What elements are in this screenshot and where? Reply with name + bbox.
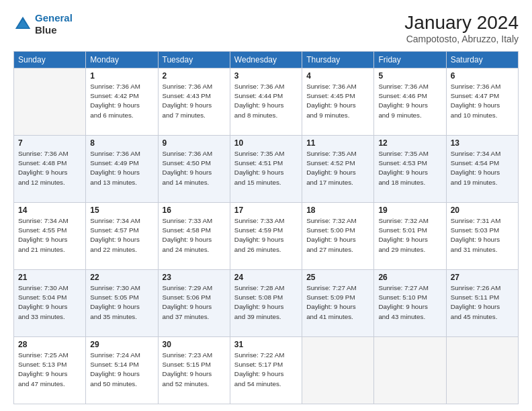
cell-day-number: 18	[306, 205, 369, 215]
calendar-week-row: 7Sunrise: 7:36 AM Sunset: 4:48 PM Daylig…	[14, 136, 519, 203]
cell-day-number: 29	[90, 340, 153, 349]
cell-info: Sunrise: 7:36 AM Sunset: 4:46 PM Dayligh…	[378, 82, 441, 120]
cell-info: Sunrise: 7:36 AM Sunset: 4:49 PM Dayligh…	[90, 149, 153, 187]
cell-day-number: 28	[18, 340, 81, 349]
cell-info: Sunrise: 7:35 AM Sunset: 4:51 PM Dayligh…	[234, 149, 298, 187]
cell-info: Sunrise: 7:29 AM Sunset: 5:06 PM Dayligh…	[163, 283, 226, 322]
calendar-cell: 17Sunrise: 7:33 AM Sunset: 4:59 PM Dayli…	[230, 203, 302, 270]
weekday-header-cell: Tuesday	[158, 52, 230, 68]
cell-info: Sunrise: 7:35 AM Sunset: 4:53 PM Dayligh…	[378, 149, 441, 187]
calendar-cell: 4Sunrise: 7:36 AM Sunset: 4:45 PM Daylig…	[302, 68, 374, 136]
cell-info: Sunrise: 7:34 AM Sunset: 4:57 PM Dayligh…	[90, 216, 153, 255]
cell-info: Sunrise: 7:33 AM Sunset: 4:59 PM Dayligh…	[234, 216, 298, 255]
cell-day-number: 20	[451, 205, 514, 215]
cell-day-number: 23	[163, 273, 226, 282]
calendar-body: 1Sunrise: 7:36 AM Sunset: 4:42 PM Daylig…	[14, 68, 519, 404]
weekday-header-cell: Friday	[374, 52, 446, 68]
calendar-cell	[446, 337, 518, 404]
calendar-cell: 14Sunrise: 7:34 AM Sunset: 4:55 PM Dayli…	[14, 203, 86, 270]
cell-day-number: 13	[451, 138, 514, 148]
cell-day-number: 24	[234, 273, 298, 282]
calendar-cell: 26Sunrise: 7:27 AM Sunset: 5:10 PM Dayli…	[374, 270, 446, 337]
calendar-week-row: 21Sunrise: 7:30 AM Sunset: 5:04 PM Dayli…	[14, 270, 519, 337]
cell-info: Sunrise: 7:33 AM Sunset: 4:58 PM Dayligh…	[163, 216, 226, 255]
cell-info: Sunrise: 7:27 AM Sunset: 5:10 PM Dayligh…	[378, 283, 441, 322]
logo: General Blue	[13, 12, 73, 36]
calendar-cell: 19Sunrise: 7:32 AM Sunset: 5:01 PM Dayli…	[374, 203, 446, 270]
calendar-cell: 30Sunrise: 7:23 AM Sunset: 5:15 PM Dayli…	[158, 337, 230, 404]
cell-info: Sunrise: 7:22 AM Sunset: 5:17 PM Dayligh…	[234, 351, 298, 389]
cell-info: Sunrise: 7:36 AM Sunset: 4:44 PM Dayligh…	[234, 82, 298, 120]
cell-info: Sunrise: 7:27 AM Sunset: 5:09 PM Dayligh…	[306, 283, 369, 322]
calendar-cell: 2Sunrise: 7:36 AM Sunset: 4:43 PM Daylig…	[158, 68, 230, 136]
weekday-header-cell: Monday	[86, 52, 158, 68]
calendar-cell	[374, 337, 446, 404]
cell-day-number: 8	[90, 138, 153, 148]
calendar-cell: 9Sunrise: 7:36 AM Sunset: 4:50 PM Daylig…	[158, 136, 230, 203]
cell-day-number: 9	[163, 138, 226, 148]
cell-info: Sunrise: 7:23 AM Sunset: 5:15 PM Dayligh…	[163, 351, 226, 389]
weekday-header-cell: Wednesday	[230, 52, 302, 68]
calendar-cell: 28Sunrise: 7:25 AM Sunset: 5:13 PM Dayli…	[14, 337, 86, 404]
cell-day-number: 14	[18, 205, 81, 215]
cell-day-number: 11	[306, 138, 369, 148]
calendar-week-row: 14Sunrise: 7:34 AM Sunset: 4:55 PM Dayli…	[14, 203, 519, 270]
cell-info: Sunrise: 7:28 AM Sunset: 5:08 PM Dayligh…	[234, 283, 298, 322]
calendar-cell: 23Sunrise: 7:29 AM Sunset: 5:06 PM Dayli…	[158, 270, 230, 337]
calendar-cell: 8Sunrise: 7:36 AM Sunset: 4:49 PM Daylig…	[86, 136, 158, 203]
title-block: January 2024 Campotosto, Abruzzo, Italy	[404, 12, 519, 44]
cell-day-number: 3	[234, 71, 298, 81]
cell-day-number: 10	[234, 138, 298, 148]
cell-day-number: 17	[234, 205, 298, 215]
calendar-cell: 6Sunrise: 7:36 AM Sunset: 4:47 PM Daylig…	[446, 68, 518, 136]
calendar-cell: 21Sunrise: 7:30 AM Sunset: 5:04 PM Dayli…	[14, 270, 86, 337]
calendar-table: SundayMondayTuesdayWednesdayThursdayFrid…	[13, 51, 519, 404]
cell-info: Sunrise: 7:36 AM Sunset: 4:42 PM Dayligh…	[90, 82, 153, 120]
cell-day-number: 26	[378, 273, 441, 282]
cell-info: Sunrise: 7:35 AM Sunset: 4:52 PM Dayligh…	[306, 149, 369, 187]
calendar-cell: 5Sunrise: 7:36 AM Sunset: 4:46 PM Daylig…	[374, 68, 446, 136]
cell-info: Sunrise: 7:34 AM Sunset: 4:54 PM Dayligh…	[451, 149, 514, 187]
calendar-cell	[302, 337, 374, 404]
cell-info: Sunrise: 7:32 AM Sunset: 5:01 PM Dayligh…	[378, 216, 441, 255]
weekday-header-cell: Saturday	[446, 52, 518, 68]
calendar-week-row: 1Sunrise: 7:36 AM Sunset: 4:42 PM Daylig…	[14, 68, 519, 136]
cell-day-number: 27	[451, 273, 514, 282]
cell-day-number: 21	[18, 273, 81, 282]
calendar-cell: 7Sunrise: 7:36 AM Sunset: 4:48 PM Daylig…	[14, 136, 86, 203]
cell-day-number: 22	[90, 273, 153, 282]
calendar-cell: 24Sunrise: 7:28 AM Sunset: 5:08 PM Dayli…	[230, 270, 302, 337]
calendar-cell: 10Sunrise: 7:35 AM Sunset: 4:51 PM Dayli…	[230, 136, 302, 203]
calendar-cell: 1Sunrise: 7:36 AM Sunset: 4:42 PM Daylig…	[86, 68, 158, 136]
cell-info: Sunrise: 7:31 AM Sunset: 5:03 PM Dayligh…	[451, 216, 514, 255]
cell-info: Sunrise: 7:36 AM Sunset: 4:45 PM Dayligh…	[306, 82, 369, 120]
location: Campotosto, Abruzzo, Italy	[404, 34, 519, 44]
cell-day-number: 15	[90, 205, 153, 215]
cell-info: Sunrise: 7:36 AM Sunset: 4:43 PM Dayligh…	[163, 82, 226, 120]
calendar-cell	[14, 68, 86, 136]
cell-info: Sunrise: 7:34 AM Sunset: 4:55 PM Dayligh…	[18, 216, 81, 255]
calendar-cell: 18Sunrise: 7:32 AM Sunset: 5:00 PM Dayli…	[302, 203, 374, 270]
cell-info: Sunrise: 7:25 AM Sunset: 5:13 PM Dayligh…	[18, 351, 81, 389]
cell-info: Sunrise: 7:26 AM Sunset: 5:11 PM Dayligh…	[451, 283, 514, 322]
calendar-cell: 16Sunrise: 7:33 AM Sunset: 4:58 PM Dayli…	[158, 203, 230, 270]
calendar-cell: 27Sunrise: 7:26 AM Sunset: 5:11 PM Dayli…	[446, 270, 518, 337]
weekday-header-cell: Sunday	[14, 52, 86, 68]
calendar-cell: 31Sunrise: 7:22 AM Sunset: 5:17 PM Dayli…	[230, 337, 302, 404]
weekday-header-cell: Thursday	[302, 52, 374, 68]
cell-day-number: 25	[306, 273, 369, 282]
calendar-cell: 3Sunrise: 7:36 AM Sunset: 4:44 PM Daylig…	[230, 68, 302, 136]
cell-day-number: 30	[163, 340, 226, 349]
calendar-cell: 12Sunrise: 7:35 AM Sunset: 4:53 PM Dayli…	[374, 136, 446, 203]
cell-info: Sunrise: 7:30 AM Sunset: 5:05 PM Dayligh…	[90, 283, 153, 322]
cell-info: Sunrise: 7:36 AM Sunset: 4:50 PM Dayligh…	[163, 149, 226, 187]
cell-day-number: 2	[163, 71, 226, 81]
header: General Blue January 2024 Campotosto, Ab…	[13, 12, 519, 44]
calendar-cell: 20Sunrise: 7:31 AM Sunset: 5:03 PM Dayli…	[446, 203, 518, 270]
cell-day-number: 1	[90, 71, 153, 81]
calendar-cell: 22Sunrise: 7:30 AM Sunset: 5:05 PM Dayli…	[86, 270, 158, 337]
weekday-header-row: SundayMondayTuesdayWednesdayThursdayFrid…	[14, 52, 519, 68]
cell-day-number: 6	[451, 71, 514, 81]
calendar-cell: 25Sunrise: 7:27 AM Sunset: 5:09 PM Dayli…	[302, 270, 374, 337]
cell-day-number: 5	[378, 71, 441, 81]
